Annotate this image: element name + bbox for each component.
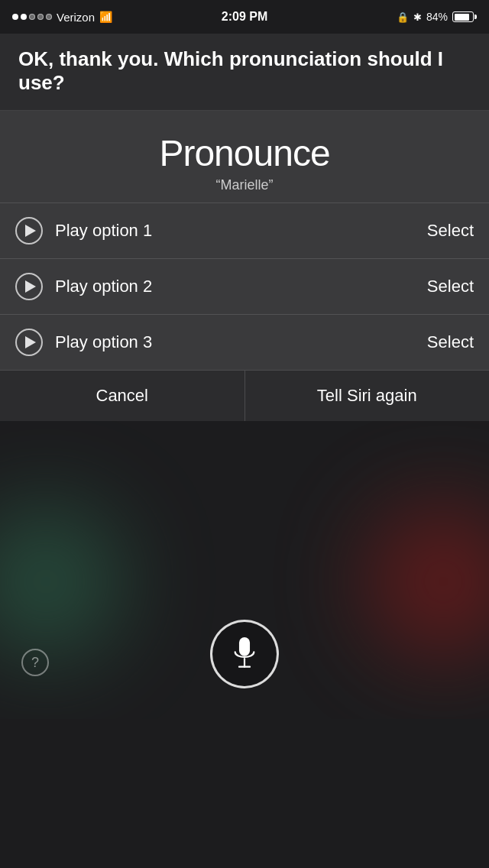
- signal-dot-1: [12, 14, 18, 20]
- siri-background: ?: [0, 421, 489, 719]
- option-row-2[interactable]: Play option 2 Select: [0, 259, 489, 315]
- status-right: 🔒 ✱ 84%: [397, 11, 477, 23]
- battery-icon: [452, 11, 477, 22]
- color-blob-green: [0, 505, 122, 658]
- lock-icon: 🔒: [397, 11, 409, 23]
- microphone-icon: [231, 637, 258, 671]
- pronounce-panel: Pronounce “Marielle” Play option 1 Selec…: [0, 111, 489, 370]
- signal-dot-5: [46, 14, 52, 20]
- option-left-2: Play option 2: [15, 273, 152, 300]
- siri-header: OK, thank you. Which pronunciation shoul…: [0, 34, 489, 111]
- carrier-name: Verizon: [57, 11, 95, 24]
- option-label-2: Play option 2: [55, 277, 152, 296]
- play-icon-3[interactable]: [15, 329, 43, 356]
- select-button-1[interactable]: Select: [427, 221, 474, 241]
- pronounce-subtitle: “Marielle”: [12, 177, 477, 193]
- tell-again-button[interactable]: Tell Siri again: [245, 371, 490, 421]
- select-button-3[interactable]: Select: [427, 332, 474, 352]
- wifi-icon: 📶: [99, 11, 112, 23]
- mic-button[interactable]: [210, 620, 279, 688]
- play-triangle-1: [25, 225, 36, 237]
- color-blob-red: [367, 505, 489, 658]
- pronounce-title: Pronounce: [12, 132, 477, 174]
- cancel-button[interactable]: Cancel: [0, 371, 245, 421]
- select-button-2[interactable]: Select: [427, 277, 474, 296]
- option-label-3: Play option 3: [55, 332, 152, 352]
- option-label-1: Play option 1: [55, 221, 152, 241]
- battery-percent: 84%: [426, 11, 448, 23]
- play-icon-1[interactable]: [15, 217, 43, 245]
- status-bar: Verizon 📶 2:09 PM 🔒 ✱ 84%: [0, 0, 489, 34]
- options-list: Play option 1 Select Play option 2 Selec…: [0, 202, 489, 370]
- play-triangle-2: [25, 280, 36, 293]
- signal-dot-3: [29, 14, 35, 20]
- option-row-1[interactable]: Play option 1 Select: [0, 203, 489, 259]
- option-left-3: Play option 3: [15, 329, 152, 356]
- option-row-3[interactable]: Play option 3 Select: [0, 315, 489, 370]
- option-left-1: Play option 1: [15, 217, 152, 245]
- svg-rect-0: [239, 637, 250, 656]
- status-left: Verizon 📶: [12, 11, 112, 24]
- bluetooth-icon: ✱: [413, 11, 422, 23]
- signal-dots: [12, 14, 52, 20]
- mic-container: [210, 620, 279, 688]
- status-time: 2:09 PM: [222, 10, 267, 24]
- signal-dot-2: [21, 14, 27, 20]
- signal-dot-4: [37, 14, 44, 20]
- pronounce-title-area: Pronounce “Marielle”: [0, 111, 489, 202]
- help-button[interactable]: ?: [21, 649, 49, 676]
- play-icon-2[interactable]: [15, 273, 43, 300]
- action-buttons: Cancel Tell Siri again: [0, 370, 489, 421]
- play-triangle-3: [25, 336, 36, 348]
- siri-question: OK, thank you. Which pronunciation shoul…: [18, 47, 471, 95]
